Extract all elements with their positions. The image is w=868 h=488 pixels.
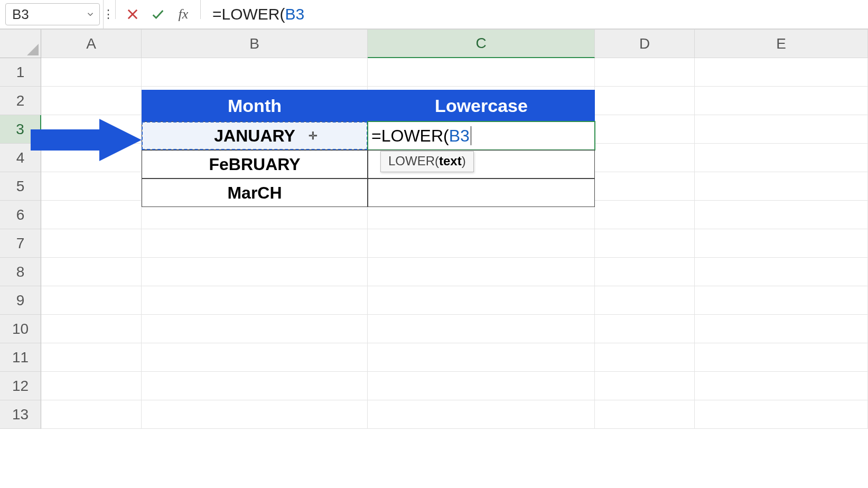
row-header-2[interactable]: 2 <box>0 87 41 115</box>
insert-function-button[interactable]: fx <box>172 3 195 26</box>
formula-bar: B3 ⋮ fx =LOWER(B3 <box>0 0 868 30</box>
select-all-corner[interactable] <box>0 30 41 58</box>
cell[interactable] <box>41 172 142 201</box>
chevron-down-icon[interactable] <box>86 6 95 23</box>
cell[interactable] <box>41 58 142 87</box>
divider <box>200 0 201 19</box>
cell[interactable] <box>368 315 595 343</box>
name-box[interactable]: B3 <box>5 3 100 25</box>
col-header-C[interactable]: C <box>368 30 595 58</box>
cell[interactable] <box>368 58 595 87</box>
formula-ref: B3 <box>285 5 305 23</box>
cell[interactable] <box>41 372 142 400</box>
divider <box>115 0 116 19</box>
cell[interactable] <box>368 229 595 258</box>
cell[interactable] <box>41 144 142 172</box>
col-header-E[interactable]: E <box>695 30 868 58</box>
data-table: Month Lowercase JANUARY ✛ =LOWER(B3 FeBR… <box>142 90 595 207</box>
function-tooltip[interactable]: LOWER(text) <box>380 151 474 172</box>
cell[interactable] <box>595 372 695 400</box>
fx-icon: fx <box>179 6 189 22</box>
cell[interactable] <box>595 258 695 286</box>
cell[interactable] <box>695 229 868 258</box>
cell[interactable] <box>695 115 868 144</box>
cell[interactable] <box>142 400 368 429</box>
cell[interactable] <box>41 201 142 229</box>
row-header-8[interactable]: 8 <box>0 258 41 286</box>
cell[interactable] <box>142 286 368 315</box>
cell[interactable] <box>695 258 868 286</box>
cell-C3-ref: B3 <box>449 126 470 146</box>
cell[interactable] <box>368 258 595 286</box>
cell[interactable] <box>695 286 868 315</box>
cell[interactable] <box>595 315 695 343</box>
cell[interactable] <box>41 229 142 258</box>
cell[interactable] <box>41 315 142 343</box>
cell[interactable] <box>695 144 868 172</box>
row-header-6[interactable]: 6 <box>0 201 41 229</box>
cell-C3[interactable]: =LOWER(B3 <box>368 121 595 150</box>
cell[interactable] <box>595 115 695 144</box>
cell[interactable] <box>595 87 695 115</box>
cell[interactable] <box>595 229 695 258</box>
cell-B5[interactable]: MarCH <box>142 179 368 207</box>
cell[interactable] <box>695 87 868 115</box>
row-header-3[interactable]: 3 <box>0 115 41 144</box>
formula-input[interactable]: =LOWER(B3 <box>203 0 868 29</box>
cell[interactable] <box>695 58 868 87</box>
cell[interactable] <box>368 343 595 372</box>
cell[interactable] <box>41 87 142 115</box>
cell[interactable] <box>595 286 695 315</box>
cell[interactable] <box>595 58 695 87</box>
cell[interactable] <box>368 286 595 315</box>
cell[interactable] <box>595 144 695 172</box>
cell-B3[interactable]: JANUARY ✛ <box>142 121 368 150</box>
cell-B4[interactable]: FeBRUARY <box>142 150 368 179</box>
cancel-button[interactable] <box>121 3 144 26</box>
row-header-10[interactable]: 10 <box>0 315 41 343</box>
row-header-12[interactable]: 12 <box>0 372 41 400</box>
cell[interactable] <box>142 315 368 343</box>
cell[interactable] <box>142 229 368 258</box>
row-header-5[interactable]: 5 <box>0 172 41 201</box>
cell[interactable] <box>595 400 695 429</box>
kebab-icon[interactable]: ⋮ <box>104 0 113 29</box>
cell-C5[interactable] <box>368 179 595 207</box>
cell[interactable] <box>41 400 142 429</box>
enter-button[interactable] <box>146 3 170 26</box>
cell[interactable] <box>41 343 142 372</box>
row-header-11[interactable]: 11 <box>0 343 41 372</box>
tooltip-arg: text <box>439 154 462 168</box>
cell[interactable] <box>41 286 142 315</box>
row-header-4[interactable]: 4 <box>0 144 41 172</box>
row-header-7[interactable]: 7 <box>0 229 41 258</box>
row-header-1[interactable]: 1 <box>0 58 41 87</box>
cell[interactable] <box>595 172 695 201</box>
row-header-9[interactable]: 9 <box>0 286 41 315</box>
cell[interactable] <box>695 372 868 400</box>
cell[interactable] <box>595 201 695 229</box>
tooltip-fn: LOWER <box>388 154 435 168</box>
cell[interactable] <box>41 115 142 144</box>
cell-cursor-icon: ✛ <box>309 129 318 142</box>
cell[interactable] <box>695 400 868 429</box>
cell[interactable] <box>695 343 868 372</box>
cell[interactable] <box>142 343 368 372</box>
cell[interactable] <box>695 315 868 343</box>
cell[interactable] <box>695 172 868 201</box>
cell[interactable] <box>695 201 868 229</box>
table-header-lowercase[interactable]: Lowercase <box>368 90 595 121</box>
col-header-A[interactable]: A <box>41 30 142 58</box>
cell[interactable] <box>142 58 368 87</box>
namebox-container: B3 <box>0 0 104 29</box>
cell[interactable] <box>368 400 595 429</box>
cell[interactable] <box>595 343 695 372</box>
cell[interactable] <box>368 372 595 400</box>
cell[interactable] <box>41 258 142 286</box>
cell[interactable] <box>142 372 368 400</box>
cell[interactable] <box>142 258 368 286</box>
col-header-B[interactable]: B <box>142 30 368 58</box>
row-header-13[interactable]: 13 <box>0 400 41 429</box>
table-header-month[interactable]: Month <box>142 90 368 121</box>
col-header-D[interactable]: D <box>595 30 695 58</box>
